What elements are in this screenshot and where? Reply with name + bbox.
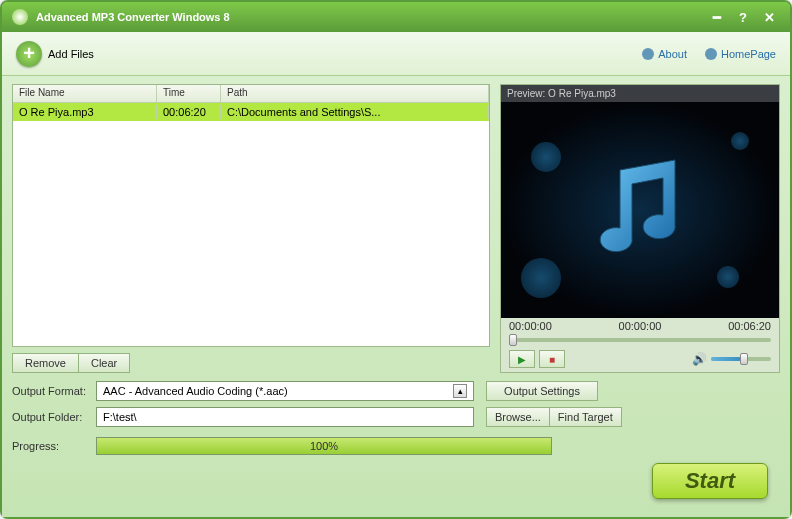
output-folder-label: Output Folder:: [12, 411, 90, 423]
output-format-select[interactable]: AAC - Advanced Audio Coding (*.aac) ▴: [96, 381, 474, 401]
output-folder-input[interactable]: F:\test\: [96, 407, 474, 427]
file-table: File Name Time Path O Re Piya.mp3 00:06:…: [12, 84, 490, 347]
preview-image: [501, 102, 779, 318]
help-button[interactable]: ?: [732, 7, 754, 27]
homepage-label: HomePage: [721, 48, 776, 60]
output-format-value: AAC - Advanced Audio Coding (*.aac): [103, 385, 288, 397]
cell-path: C:\Documents and Settings\S...: [221, 105, 489, 119]
cell-time: 00:06:20: [157, 105, 221, 119]
time-start: 00:00:00: [509, 320, 552, 332]
preview-label: Preview: O Re Piya.mp3: [501, 85, 779, 102]
add-files-button[interactable]: + Add Files: [16, 41, 94, 67]
progress-fill: 100%: [97, 438, 551, 454]
time-end: 00:06:20: [728, 320, 771, 332]
titlebar: Advanced MP3 Converter Windows 8 ━ ? ✕: [2, 2, 790, 32]
about-label: About: [658, 48, 687, 60]
time-current: 00:00:00: [619, 320, 662, 332]
clear-button[interactable]: Clear: [79, 353, 130, 373]
col-time[interactable]: Time: [157, 85, 221, 102]
volume-slider[interactable]: [711, 357, 771, 361]
homepage-link[interactable]: HomePage: [705, 48, 776, 60]
app-logo-icon: [12, 9, 28, 25]
about-link[interactable]: About: [642, 48, 687, 60]
close-button[interactable]: ✕: [758, 7, 780, 27]
find-target-button[interactable]: Find Target: [550, 407, 622, 427]
output-settings-button[interactable]: Output Settings: [486, 381, 598, 401]
col-filename[interactable]: File Name: [13, 85, 157, 102]
add-icon: +: [16, 41, 42, 67]
progress-label: Progress:: [12, 440, 90, 452]
window-title: Advanced MP3 Converter Windows 8: [36, 11, 230, 23]
output-folder-value: F:\test\: [103, 411, 137, 423]
cell-filename: O Re Piya.mp3: [13, 105, 157, 119]
chevron-up-icon[interactable]: ▴: [453, 384, 467, 398]
seek-slider[interactable]: [509, 338, 771, 342]
progress-bar: 100%: [96, 437, 552, 455]
toolbar: + Add Files About HomePage: [2, 32, 790, 76]
remove-button[interactable]: Remove: [12, 353, 79, 373]
volume-thumb[interactable]: [740, 353, 748, 365]
stop-button[interactable]: ■: [539, 350, 565, 368]
home-icon: [705, 48, 717, 60]
preview-panel: Preview: O Re Piya.mp3 00:00:00 00:00:00…: [500, 84, 780, 373]
music-note-icon: [585, 150, 695, 270]
play-button[interactable]: ▶: [509, 350, 535, 368]
start-button[interactable]: Start: [652, 463, 768, 499]
add-files-label: Add Files: [48, 48, 94, 60]
minimize-button[interactable]: ━: [706, 7, 728, 27]
seek-thumb[interactable]: [509, 334, 517, 346]
browse-button[interactable]: Browse...: [486, 407, 550, 427]
info-icon: [642, 48, 654, 60]
col-path[interactable]: Path: [221, 85, 489, 102]
table-row[interactable]: O Re Piya.mp3 00:06:20 C:\Documents and …: [13, 103, 489, 121]
volume-icon: 🔊: [692, 352, 707, 366]
timeline: 00:00:00 00:00:00 00:06:20: [501, 318, 779, 334]
output-format-label: Output Format:: [12, 385, 90, 397]
